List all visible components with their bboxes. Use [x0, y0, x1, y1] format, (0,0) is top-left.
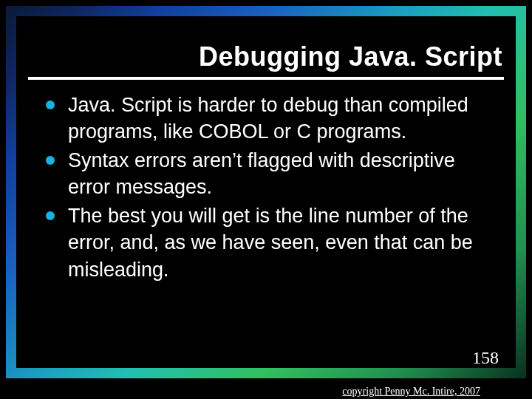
bullet-icon: [46, 156, 55, 165]
bullet-text: Syntax errors aren’t flagged with descri…: [68, 149, 455, 198]
bullet-text: Java. Script is harder to debug than com…: [68, 94, 468, 143]
title-underline: [28, 77, 504, 80]
list-item: Java. Script is harder to debug than com…: [44, 92, 495, 146]
bullet-icon: [46, 211, 55, 220]
bullet-list: Java. Script is harder to debug than com…: [44, 92, 495, 283]
slide-title: Debugging Java. Script: [0, 41, 502, 72]
slide-content: Java. Script is harder to debug than com…: [44, 92, 495, 284]
list-item: Syntax errors aren’t flagged with descri…: [44, 147, 495, 201]
list-item: The best you will get is the line number…: [44, 202, 495, 283]
page-number: 158: [472, 348, 499, 368]
bullet-icon: [46, 100, 55, 109]
bullet-text: The best you will get is the line number…: [68, 205, 473, 281]
copyright-text: copyright Penny Mc. Intire, 2007: [342, 386, 480, 398]
